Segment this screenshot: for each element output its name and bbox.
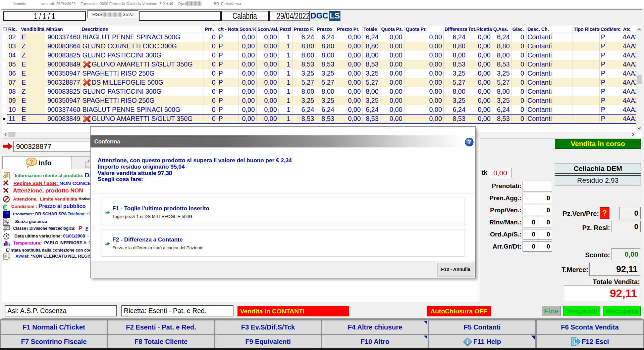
- svg-text:?: ?: [30, 159, 33, 165]
- svg-text:i: i: [467, 340, 468, 345]
- svg-text:?: ?: [467, 138, 471, 145]
